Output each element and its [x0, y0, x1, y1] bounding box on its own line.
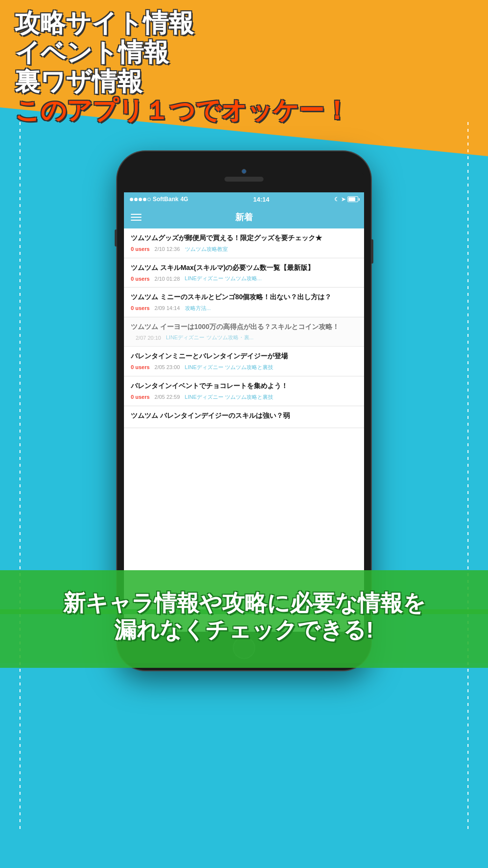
status-time: 14:14	[253, 196, 269, 203]
item-title: ツムツム イーヨーは1000万の高得点が出る？スキルとコイン攻略！	[131, 322, 357, 332]
item-title: ツムツムグッズが郵便局で買える！限定グッズを要チェック★	[131, 233, 357, 243]
banner-line1: 新キャラ情報や攻略に必要な情報を	[63, 590, 426, 617]
list-item[interactable]: バレンタインイベントでチョコレートを集めよう！ 0 users 2/05 22:…	[124, 376, 364, 406]
green-stripe-bottom	[0, 663, 488, 668]
item-users: 0 users	[131, 305, 150, 311]
item-source: LINEディズニー ツムツム攻略と裏技	[185, 364, 274, 371]
item-users: 0 users	[131, 246, 150, 252]
signal-dot-1	[130, 198, 133, 201]
item-meta: 0 users 2/09 14:14 攻略方法...	[131, 305, 357, 312]
network-label: 4G	[181, 196, 188, 203]
item-title: ツムツム ミニーのスキルとビンゴ80個攻略！出ない？出し方は？	[131, 292, 357, 302]
nav-title: 新着	[235, 211, 253, 223]
item-date: 2/09 14:14	[155, 305, 180, 311]
signal-dot-4	[143, 198, 146, 201]
list-item[interactable]: ツムツム ミニーのスキルとビンゴ80個攻略！出ない？出し方は？ 0 users …	[124, 288, 364, 317]
list-item[interactable]: バレンタインミニーとバレンタインデイジーが登場 0 users 2/05 23:…	[124, 347, 364, 376]
hamburger-line3	[131, 220, 142, 221]
item-meta: 0 users 2/05 22:59 LINEディズニー ツムツム攻略と裏技	[131, 393, 357, 401]
moon-icon: ☾	[334, 196, 339, 203]
item-date: 2/05 22:59	[155, 394, 180, 400]
item-title: ツムツム バレンタインデイジーのスキルは強い？弱	[131, 411, 357, 421]
item-users: 0 users	[131, 276, 150, 282]
header-text-block: 攻略サイト情報 イベント情報 裏ワザ情報 このアプリ１つでオッケー！	[15, 9, 349, 125]
item-users: 0 users	[131, 394, 150, 400]
hamburger-line2	[131, 217, 142, 218]
banner-text-block: 新キャラ情報や攻略に必要な情報を 漏れなくチェックできる!	[48, 590, 440, 643]
item-meta: 0 users 2/10 12:36 ツムツム攻略教室	[131, 246, 357, 253]
list-item[interactable]: ツムツム バレンタインデイジーのスキルは強い？弱	[124, 406, 364, 429]
carrier-label: SoftBank	[153, 196, 179, 203]
battery-fill	[348, 197, 355, 201]
location-icon: ➤	[341, 196, 346, 203]
green-banner-main: 新キャラ情報や攻略に必要な情報を 漏れなくチェックできる!	[0, 570, 488, 663]
item-source: LINEディズニー ツムツム攻略...	[185, 275, 262, 282]
signal-dot-2	[134, 198, 138, 201]
header-line1: 攻略サイト情報	[15, 9, 349, 38]
hamburger-line1	[131, 214, 142, 215]
header-line2: イベント情報	[15, 38, 349, 67]
status-left: SoftBank 4G	[130, 196, 188, 203]
status-right: ☾ ➤	[334, 196, 358, 203]
list-item[interactable]: ツムツム イーヨーは1000万の高得点が出る？スキルとコイン攻略！ 2/07 2…	[124, 317, 364, 347]
phone-screen: SoftBank 4G 14:14 ☾ ➤	[124, 192, 364, 632]
item-date: 2/07 20:10	[136, 335, 161, 341]
dotted-left-border	[20, 122, 20, 830]
battery-indicator	[347, 196, 358, 202]
phone-speaker	[224, 177, 264, 182]
item-source: 攻略方法...	[185, 305, 211, 312]
item-users: 0 users	[131, 364, 150, 370]
dotted-right-border	[468, 122, 468, 830]
signal-dot-5	[147, 198, 151, 201]
hamburger-menu-button[interactable]	[131, 214, 142, 221]
status-bar: SoftBank 4G 14:14 ☾ ➤	[124, 192, 364, 206]
signal-dots	[130, 198, 151, 201]
item-title: バレンタインイベントでチョコレートを集めよう！	[131, 381, 357, 391]
item-meta: 2/07 20:10 LINEディズニー ツムツム攻略・裏...	[131, 334, 357, 341]
item-title: ツムツム スキルMax(スキルマ)の必要ツム数一覧【最新版】	[131, 263, 357, 273]
phone-top-bar	[124, 158, 364, 192]
banner-line2: 漏れなくチェックできる!	[63, 617, 426, 643]
item-date: 2/10 01:28	[155, 276, 180, 282]
item-date: 2/05 23:00	[155, 364, 180, 370]
item-meta: 0 users 2/05 23:00 LINEディズニー ツムツム攻略と裏技	[131, 364, 357, 371]
phone-camera	[242, 169, 246, 174]
item-title: バレンタインミニーとバレンタインデイジーが登場	[131, 351, 357, 361]
header-line3: 裏ワザ情報	[15, 67, 349, 97]
content-list: ツムツムグッズが郵便局で買える！限定グッズを要チェック★ 0 users 2/1…	[124, 228, 364, 428]
item-date: 2/10 12:36	[155, 246, 180, 252]
signal-dot-3	[139, 198, 142, 201]
navigation-bar: 新着	[124, 206, 364, 228]
item-source: LINEディズニー ツムツム攻略・裏...	[166, 334, 254, 341]
item-meta: 0 users 2/10 01:28 LINEディズニー ツムツム攻略...	[131, 275, 357, 282]
item-source: ツムツム攻略教室	[185, 246, 228, 253]
list-item[interactable]: ツムツム スキルMax(スキルマ)の必要ツム数一覧【最新版】 0 users 2…	[124, 258, 364, 288]
list-item[interactable]: ツムツムグッズが郵便局で買える！限定グッズを要チェック★ 0 users 2/1…	[124, 228, 364, 258]
header-line4: このアプリ１つでオッケー！	[15, 96, 349, 125]
item-source: LINEディズニー ツムツム攻略と裏技	[185, 393, 274, 401]
